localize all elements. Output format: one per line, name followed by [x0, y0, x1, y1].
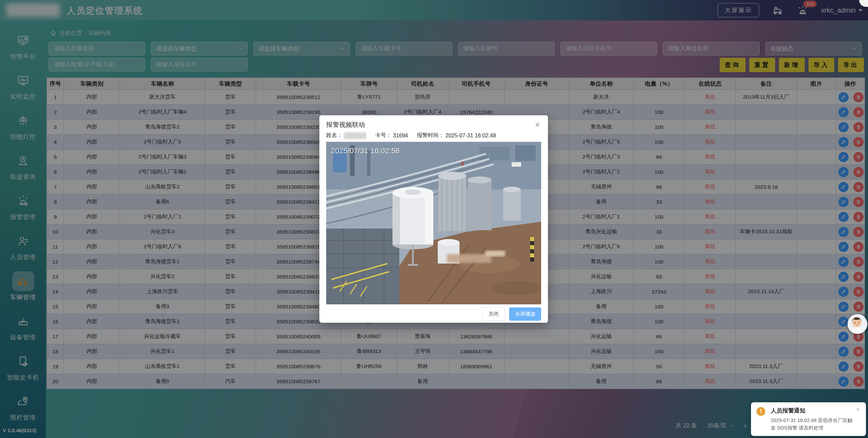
alarm-video-modal: 报警视频联动 × 姓名： 卡号：31694 报警时间：2025-07-31 16…: [319, 115, 548, 323]
card-value: 31694: [393, 133, 408, 139]
modal-close-icon[interactable]: ×: [533, 120, 542, 129]
close-button[interactable]: 关闭: [482, 307, 505, 321]
time-label: 报警时间：: [417, 132, 444, 139]
warning-icon: !: [756, 407, 765, 416]
time-value: 2025-07-31 16:02:48: [446, 133, 496, 139]
redacted-name: [344, 132, 366, 139]
alarm-notification: ! 人员报警通知 2025-07-31 16:02:48 雷佰存在厂区触发 SO…: [751, 402, 866, 436]
alarm-info: 姓名： 卡号：31694 报警时间：2025-07-31 16:02:48: [319, 131, 548, 142]
card-label: 卡号：: [375, 132, 391, 139]
app-root: 人员定位管理系统 大屏展示 163 xrkc_admin 智慧平台 实时监控: [0, 0, 868, 438]
notification-close-icon[interactable]: ×: [854, 406, 862, 414]
notification-body: 2025-07-31 16:02:48 雷佰存在厂区触发 SOS报警 请及时处理: [771, 417, 856, 432]
video-frame[interactable]: 2025/07/31 16:02:58 2025/07/31 16:02:58: [326, 142, 541, 304]
assistant-girl-icon: [848, 315, 865, 332]
notification-title: 人员报警通知: [771, 407, 861, 415]
video-timestamp: 2025/07/31 16:02:58: [331, 147, 400, 155]
assistant-avatar[interactable]: [848, 314, 867, 334]
name-label: 姓名：: [326, 132, 343, 139]
fullscreen-play-button[interactable]: 全屏播放: [509, 307, 541, 321]
modal-title: 报警视频联动: [326, 120, 365, 129]
